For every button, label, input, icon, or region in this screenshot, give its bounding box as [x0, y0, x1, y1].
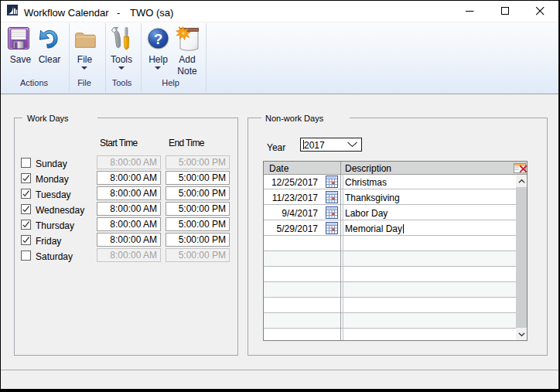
svg-text:?: ?: [154, 31, 163, 47]
